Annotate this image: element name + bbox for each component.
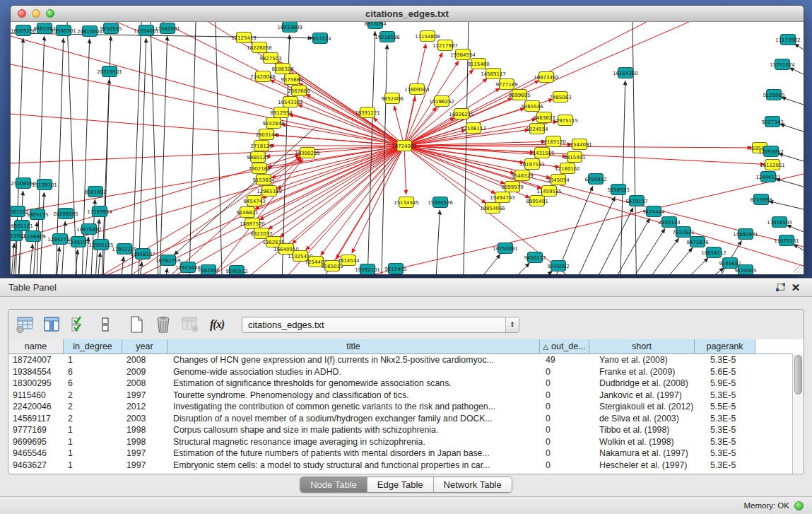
table-cell[interactable]: Wolkin et al. (1998) [589, 436, 695, 448]
table-cell[interactable]: Jankovic et al. (1997) [589, 390, 695, 402]
network-node[interactable]: 22420046 [250, 71, 276, 82]
network-edge[interactable] [306, 146, 404, 250]
table-cell[interactable]: 5.3E-5 [695, 413, 755, 425]
table-cell[interactable]: 0 [540, 424, 589, 436]
network-edge[interactable] [769, 201, 804, 209]
network-node[interactable]: 9546329 [511, 170, 533, 181]
network-node[interactable]: 7914514 [337, 255, 360, 266]
window-resize-grip[interactable] [794, 264, 803, 274]
select-all-columns-button[interactable] [69, 315, 88, 334]
network-edge[interactable] [601, 218, 650, 274]
column-header-out_de[interactable]: △out_de... [540, 339, 589, 354]
network-node[interactable]: 9474444 [642, 206, 665, 217]
table-cell[interactable]: Tibbo et al. (1998) [589, 424, 695, 436]
network-node[interactable]: 8501121 [11, 221, 33, 231]
table-cell[interactable]: 5.3E-5 [695, 460, 755, 472]
table-cell[interactable]: 5.3E-5 [695, 424, 755, 436]
table-row[interactable]: 1872400712008Changes of HCN gene express… [8, 354, 804, 366]
table-cell[interactable]: 2009 [122, 366, 167, 378]
table-cell[interactable]: 2008 [122, 378, 167, 390]
network-node[interactable]: 1024554 [526, 124, 548, 134]
table-cell[interactable]: 18300295 [8, 378, 64, 390]
network-node[interactable]: 9129965 [763, 90, 784, 100]
table-cell[interactable]: Stergiakouli et al. (2012) [589, 401, 695, 413]
table-cell[interactable]: 0 [540, 390, 589, 402]
network-node[interactable]: 6794912 [584, 174, 606, 185]
zoom-window-button[interactable] [46, 9, 54, 18]
vertical-scrollbar[interactable] [792, 354, 804, 474]
network-node[interactable]: 8995491 [526, 196, 548, 206]
scrollbar-thumb[interactable] [794, 355, 802, 395]
network-node[interactable]: 12106113 [461, 123, 486, 134]
network-node[interactable]: 15384576 [428, 197, 453, 208]
table-cell[interactable]: 0 [540, 413, 589, 425]
network-node[interactable]: 12165120 [541, 136, 566, 147]
network-node[interactable]: 10973493 [534, 72, 559, 83]
column-header-title[interactable]: title [167, 339, 540, 354]
network-edge[interactable] [789, 68, 804, 74]
column-header-year[interactable]: year [122, 339, 167, 354]
network-node[interactable]: 19218596 [375, 32, 400, 42]
table-cell[interactable]: 5.3E-5 [695, 448, 755, 460]
network-node[interactable]: 16782759 [155, 255, 181, 266]
table-cell[interactable]: 6 [64, 366, 122, 378]
network-node[interactable]: 16505238 [11, 25, 36, 36]
table-cell[interactable]: 2 [64, 413, 122, 425]
network-node[interactable]: 9242848 [262, 118, 284, 129]
table-cell[interactable]: 1998 [122, 436, 167, 448]
table-cell[interactable]: 5.3E-5 [695, 354, 755, 366]
network-edge[interactable] [779, 153, 804, 161]
tab-node-table[interactable]: Node Table [300, 477, 367, 492]
network-node[interactable]: 9375685 [281, 74, 302, 85]
table-cell[interactable]: 1997 [122, 390, 167, 402]
table-cell[interactable]: 9699695 [8, 436, 64, 448]
network-window-titlebar[interactable]: citations_edges.txt [11, 6, 804, 22]
table-cell[interactable]: Embryonic stem cells: a model to study s… [167, 460, 540, 472]
network-node[interactable]: 9245052 [547, 261, 569, 271]
table-cell[interactable]: Structural magnetic resonance image aver… [167, 436, 540, 448]
network-node[interactable]: 14569117 [481, 69, 506, 79]
network-node[interactable]: 11154808 [415, 31, 440, 42]
network-node[interactable]: 9815491 [563, 152, 585, 163]
create-new-column-button[interactable] [127, 315, 146, 334]
network-edge[interactable] [781, 97, 804, 105]
network-node[interactable]: 9463627 [533, 112, 555, 123]
network-node[interactable]: 12125419 [231, 33, 257, 43]
table-cell[interactable]: 0 [540, 366, 589, 378]
table-source-dropdown[interactable]: citations_edges.txt ▲ ▼ [242, 317, 519, 333]
table-cell[interactable]: 2 [64, 401, 122, 413]
table-cell[interactable]: 1998 [122, 424, 167, 436]
network-node[interactable]: 16164360 [613, 68, 638, 78]
column-header-in_degree[interactable]: in_degree [64, 339, 122, 354]
network-node[interactable]: 7857224 [309, 33, 331, 44]
function-builder-button[interactable]: f(x) [208, 315, 226, 334]
table-panel-titlebar[interactable]: Table Panel ✕ [0, 278, 812, 297]
network-node[interactable]: 10654112 [701, 247, 726, 258]
network-node[interactable]: 10197533 [519, 159, 545, 170]
network-node[interactable]: 2803144 [255, 129, 278, 140]
network-node[interactable]: 9699695 [508, 90, 530, 100]
network-node[interactable]: 11431505 [529, 148, 555, 158]
network-edge[interactable] [137, 262, 142, 274]
network-node[interactable]: 8813054 [364, 22, 387, 29]
network-node[interactable]: 15892971 [733, 229, 758, 240]
table-row[interactable]: 946554611997Estimation of the future num… [8, 448, 804, 460]
network-node[interactable]: 8454743 [243, 196, 265, 206]
table-row[interactable]: 1830029562008Estimation of significance … [8, 378, 804, 390]
table-cell[interactable]: 1 [64, 448, 122, 460]
table-cell[interactable]: 1997 [122, 460, 167, 472]
network-node[interactable]: 9215405 [384, 264, 406, 274]
network-edge[interactable] [630, 238, 679, 274]
network-edge[interactable] [11, 64, 404, 146]
network-node[interactable]: 7902161 [248, 163, 270, 174]
network-node[interactable]: 10975887 [76, 224, 102, 235]
table-cell[interactable]: 9465546 [8, 448, 64, 460]
network-node[interactable]: 9115460 [467, 59, 489, 69]
table-cell[interactable]: 9463627 [8, 460, 64, 472]
network-node[interactable]: 6479197 [625, 196, 647, 206]
table-cell[interactable]: 2008 [122, 354, 167, 366]
table-cell[interactable]: Yano et al. (2008) [589, 354, 695, 366]
table-cell[interactable]: Dudbridge et al. (2008) [589, 378, 695, 390]
table-cell[interactable]: 19384554 [8, 366, 64, 378]
show-columns-button[interactable] [42, 315, 61, 334]
